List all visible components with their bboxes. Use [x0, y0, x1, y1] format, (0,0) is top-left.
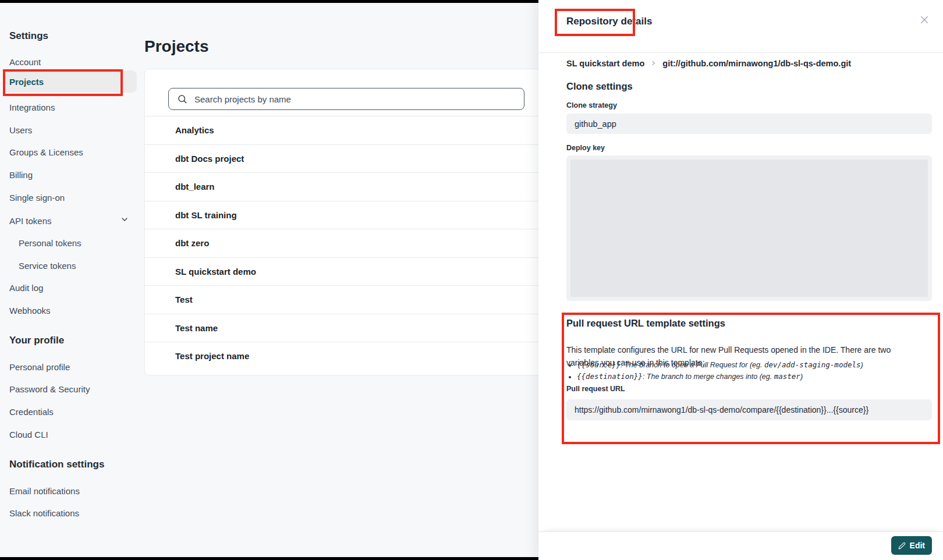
- list-item-test[interactable]: Test: [145, 285, 547, 314]
- edit-button[interactable]: Edit: [891, 536, 932, 555]
- panel-footer: Edit: [538, 531, 943, 560]
- sidebar-item-label: Projects: [9, 77, 44, 87]
- breadcrumb-project[interactable]: SL quickstart demo: [566, 59, 644, 68]
- sidebar-item-personal-tokens[interactable]: Personal tokens: [19, 238, 81, 248]
- breadcrumb-repo-url: git://github.com/mirnawong1/db-sl-qs-dem…: [662, 59, 851, 68]
- bullet-text: : The branch to open a Pull Request for …: [621, 361, 764, 369]
- search-input[interactable]: [193, 94, 524, 105]
- breadcrumb: SL quickstart demo git://github.com/mirn…: [566, 59, 851, 68]
- panel-title: Repository details: [566, 16, 652, 27]
- sidebar-item-account[interactable]: Account: [9, 57, 41, 67]
- deploy-key-field: [566, 155, 932, 301]
- list-item-test-project-name[interactable]: Test project name: [145, 342, 547, 370]
- sidebar-item-service-tokens[interactable]: Service tokens: [19, 261, 76, 271]
- code-token: {{destination}}: [577, 372, 643, 381]
- sidebar-item-billing[interactable]: Billing: [9, 170, 33, 180]
- sidebar-item-groups-licenses[interactable]: Groups & Licenses: [9, 147, 83, 157]
- project-list: Analytics dbt Docs project dbt_learn dbt…: [145, 116, 547, 370]
- sidebar-item-users[interactable]: Users: [9, 125, 32, 135]
- clone-strategy-label: Clone strategy: [566, 101, 617, 109]
- sidebar-item-api-tokens[interactable]: API tokens: [9, 215, 129, 226]
- close-button[interactable]: [917, 13, 931, 27]
- sidebar-item-label: API tokens: [9, 216, 52, 226]
- sidebar-item-email-notifications[interactable]: Email notifications: [9, 486, 80, 496]
- app-background: Settings Account Projects Integrations U…: [0, 3, 538, 557]
- sidebar-heading-settings: Settings: [9, 30, 48, 42]
- search-icon: [177, 94, 187, 104]
- chevron-down-icon: [120, 215, 129, 226]
- code-token: {{source}}: [577, 360, 621, 369]
- bullet-suffix: ): [800, 373, 803, 381]
- pr-template-heading: Pull request URL template settings: [566, 318, 725, 329]
- sidebar-heading-your-profile: Your profile: [9, 335, 64, 346]
- pr-url-label: Pull request URL: [566, 385, 625, 393]
- deploy-key-redacted-content: [570, 160, 928, 297]
- list-item-sl-quickstart-demo[interactable]: SL quickstart demo: [145, 257, 547, 286]
- sidebar-item-slack-notifications[interactable]: Slack notifications: [9, 508, 79, 518]
- repository-details-panel: Repository details SL quickstart demo gi…: [538, 0, 943, 560]
- pr-template-variables: {{source}}: The branch to open a Pull Re…: [566, 359, 926, 382]
- clone-settings-heading: Clone settings: [566, 81, 633, 92]
- sidebar-item-password-security[interactable]: Password & Security: [9, 384, 90, 394]
- list-item-dbt-learn[interactable]: dbt_learn: [145, 172, 547, 201]
- pr-bullet-source: {{source}}: The branch to open a Pull Re…: [577, 359, 926, 371]
- pr-url-field: https://github.com/mirnawong1/db-sl-qs-d…: [566, 399, 932, 420]
- sidebar-item-credentials[interactable]: Credentials: [9, 407, 54, 417]
- list-item-analytics[interactable]: Analytics: [145, 116, 547, 144]
- edit-button-label: Edit: [910, 541, 925, 550]
- sidebar-item-integrations[interactable]: Integrations: [9, 102, 55, 112]
- list-item-dbt-sl-training[interactable]: dbt SL training: [145, 201, 547, 229]
- sidebar-item-audit-log[interactable]: Audit log: [9, 283, 43, 293]
- project-search: [168, 88, 524, 110]
- deploy-key-label: Deploy key: [566, 144, 605, 152]
- list-item-test-name[interactable]: Test name: [145, 314, 547, 342]
- code-example: master: [774, 372, 800, 381]
- sidebar-heading-notification-settings: Notification settings: [9, 459, 104, 470]
- breadcrumb-chevron-icon: [650, 59, 657, 68]
- panel-header-divider: [538, 52, 943, 53]
- sidebar-item-single-sign-on[interactable]: Single sign-on: [9, 193, 65, 203]
- pencil-icon: [898, 542, 906, 550]
- close-icon: [919, 15, 930, 25]
- pr-bullet-destination: {{destination}}: The branch to merge cha…: [577, 371, 926, 382]
- code-example: dev/add-staging-models: [764, 360, 861, 369]
- sidebar-item-personal-profile[interactable]: Personal profile: [9, 362, 70, 372]
- sidebar-item-projects[interactable]: Projects: [3, 70, 137, 93]
- bullet-suffix: ): [861, 361, 863, 369]
- clone-strategy-field: github_app: [566, 114, 932, 134]
- projects-card: Analytics dbt Docs project dbt_learn dbt…: [144, 69, 547, 375]
- page-title: Projects: [144, 37, 209, 56]
- list-item-dbt-zero[interactable]: dbt zero: [145, 229, 547, 257]
- sidebar-item-webhooks[interactable]: Webhooks: [9, 306, 51, 316]
- bullet-text: : The branch to merge changes into (eg.: [643, 373, 774, 381]
- list-item-dbt-docs-project[interactable]: dbt Docs project: [145, 144, 547, 173]
- sidebar-item-cloud-cli[interactable]: Cloud CLI: [9, 430, 48, 440]
